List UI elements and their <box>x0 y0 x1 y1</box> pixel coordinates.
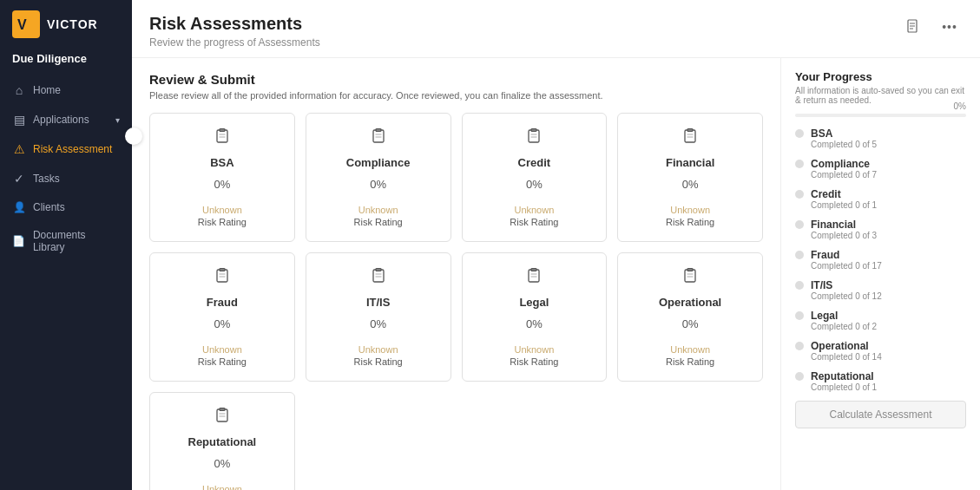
header-actions: ••• <box>900 14 963 40</box>
card-percent: 0% <box>682 317 699 330</box>
card-name: Credit <box>518 156 551 169</box>
section-title: Review & Submit <box>149 72 763 87</box>
calculate-assessment-button[interactable]: Calculate Assessment <box>795 401 966 428</box>
card-name: IT/IS <box>366 296 390 309</box>
risk-assessment-icon: ⚠ <box>12 142 26 156</box>
svg-rect-34 <box>685 270 695 282</box>
risk-card-fraud[interactable]: Fraud 0% Unknown Risk Rating <box>149 252 295 382</box>
document-icon-button[interactable] <box>900 14 926 40</box>
svg-rect-26 <box>373 270 384 282</box>
card-rating-text: Risk Rating <box>666 356 714 367</box>
progress-title: Your Progress <box>795 70 966 83</box>
progress-items-list: BSA Completed 0 of 5 Compliance Complete… <box>795 127 966 392</box>
risk-card-credit[interactable]: Credit 0% Unknown Risk Rating <box>462 113 608 242</box>
svg-rect-22 <box>217 270 227 282</box>
document-icon <box>905 19 921 35</box>
main-body: Review & Submit Please review all of the… <box>132 58 980 490</box>
progress-percent: 0% <box>954 101 966 111</box>
card-percent: 0% <box>214 178 230 191</box>
sidebar-item-risk-assessment[interactable]: ⚠ Risk Assessment <box>0 134 132 164</box>
clipboard-icon <box>525 267 543 289</box>
more-options-button[interactable]: ••• <box>937 14 963 40</box>
progress-note: All information is auto-saved so you can… <box>795 86 966 105</box>
progress-item-itis: IT/IS Completed 0 of 12 <box>795 279 966 301</box>
card-percent: 0% <box>526 317 543 330</box>
sidebar-item-home-label: Home <box>33 84 61 96</box>
card-rating-label: Unknown <box>358 205 398 215</box>
card-percent: 0% <box>682 178 699 191</box>
progress-item-compliance: Compliance Completed 0 of 7 <box>795 158 966 180</box>
risk-card-reputational[interactable]: Reputational 0% Unknown Risk Rating <box>149 392 295 490</box>
sidebar-item-applications[interactable]: ▤ Applications ▾ <box>0 105 132 134</box>
logo-area: V VICTOR <box>0 0 132 49</box>
progress-item-fraud: Fraud Completed 0 of 17 <box>795 249 966 271</box>
risk-card-financial[interactable]: Financial 0% Unknown Risk Rating <box>617 113 763 242</box>
progress-item-name: Reputational <box>811 370 877 382</box>
progress-item-name: Financial <box>811 219 877 231</box>
progress-bar-container: 0% <box>795 114 966 117</box>
progress-item-name: Compliance <box>811 158 877 170</box>
clients-icon: 👤 <box>12 201 26 213</box>
card-name: Reputational <box>188 435 257 448</box>
risk-card-legal[interactable]: Legal 0% Unknown Risk Rating <box>462 252 608 382</box>
sidebar-item-applications-label: Applications <box>33 114 89 126</box>
sidebar-item-tasks[interactable]: ✓ Tasks <box>0 164 132 193</box>
progress-dot <box>795 160 804 168</box>
card-rating-text: Risk Rating <box>198 217 247 227</box>
sidebar-item-tasks-label: Tasks <box>33 173 60 185</box>
svg-rect-38 <box>217 409 227 421</box>
progress-item-sub: Completed 0 of 1 <box>811 200 877 210</box>
card-rating-label: Unknown <box>670 205 710 215</box>
sidebar-item-home[interactable]: ⌂ Home <box>0 75 132 105</box>
progress-dot <box>795 342 804 350</box>
sidebar-collapse-button[interactable]: ‹ <box>125 127 142 145</box>
card-rating-label: Unknown <box>358 344 398 355</box>
card-rating-text: Risk Rating <box>354 356 403 367</box>
content-area: Review & Submit Please review all of the… <box>132 58 780 490</box>
card-name: Financial <box>666 156 714 169</box>
applications-icon: ▤ <box>12 113 26 127</box>
progress-dot <box>795 129 804 138</box>
tasks-icon: ✓ <box>12 172 26 186</box>
risk-card-operational[interactable]: Operational 0% Unknown Risk Rating <box>617 252 763 382</box>
progress-item-sub: Completed 0 of 5 <box>811 140 877 149</box>
progress-item-credit: Credit Completed 0 of 1 <box>795 188 966 210</box>
progress-dot <box>795 251 804 259</box>
clipboard-icon <box>525 127 543 149</box>
card-rating-label: Unknown <box>202 205 242 215</box>
sidebar-item-clients-label: Clients <box>33 201 65 213</box>
header-title-area: Risk Assessments Review the progress of … <box>149 14 320 49</box>
risk-card-bsa[interactable]: BSA 0% Unknown Risk Rating <box>149 113 295 242</box>
progress-panel: Your Progress All information is auto-sa… <box>780 58 980 490</box>
progress-item-name: Legal <box>811 310 877 322</box>
page-title: Risk Assessments <box>149 14 320 34</box>
clipboard-icon <box>681 127 699 149</box>
card-name: Fraud <box>207 296 238 309</box>
card-name: BSA <box>210 156 233 169</box>
progress-item-sub: Completed 0 of 7 <box>811 170 877 180</box>
progress-item-sub: Completed 0 of 3 <box>811 231 877 240</box>
card-rating-text: Risk Rating <box>666 217 714 227</box>
progress-item-sub: Completed 0 of 2 <box>811 322 877 331</box>
sidebar-item-clients[interactable]: 👤 Clients <box>0 193 132 221</box>
ellipsis-icon: ••• <box>942 20 957 34</box>
progress-dot <box>795 190 804 199</box>
progress-item-bsa: BSA Completed 0 of 5 <box>795 127 966 149</box>
card-percent: 0% <box>214 457 230 470</box>
page-header: Risk Assessments Review the progress of … <box>132 0 980 58</box>
clipboard-icon <box>214 407 231 428</box>
risk-card-compliance[interactable]: Compliance 0% Unknown Risk Rating <box>306 113 451 242</box>
risk-card-itis[interactable]: IT/IS 0% Unknown Risk Rating <box>306 252 451 382</box>
progress-item-name: Credit <box>811 188 877 200</box>
card-rating-label: Unknown <box>202 344 242 355</box>
home-icon: ⌂ <box>12 83 26 97</box>
sidebar-item-documents-library[interactable]: 📄 Documents Library <box>0 221 132 261</box>
svg-rect-18 <box>685 130 695 142</box>
card-rating-label: Unknown <box>202 484 242 490</box>
card-rating-text: Risk Rating <box>198 356 247 367</box>
clipboard-icon <box>681 267 699 289</box>
card-percent: 0% <box>214 317 230 330</box>
card-name: Legal <box>519 296 549 309</box>
clipboard-icon <box>214 267 231 289</box>
svg-rect-6 <box>217 130 227 142</box>
